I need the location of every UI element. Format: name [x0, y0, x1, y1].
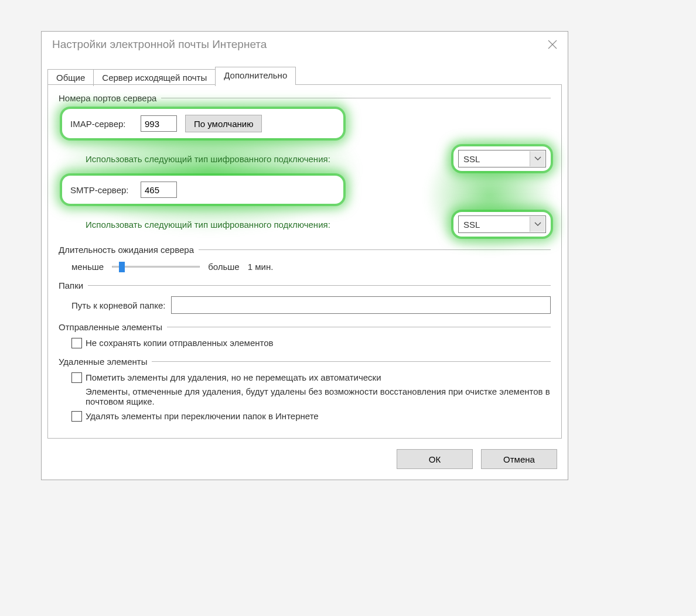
no-save-sent-checkbox[interactable]: [71, 338, 82, 348]
smtp-encryption-select[interactable]: SSL: [458, 215, 546, 233]
mark-for-delete-checkbox[interactable]: [71, 372, 82, 383]
imap-server-label: IMAP-сервер:: [70, 119, 141, 129]
imap-encryption-select[interactable]: SSL: [458, 150, 546, 167]
imap-port-input[interactable]: [141, 115, 177, 132]
ok-button[interactable]: ОК: [397, 449, 473, 469]
titlebar: Настройки электронной почты Интернета: [42, 32, 568, 55]
purge-on-switch-label: Удалять элементы при переключении папок …: [86, 411, 551, 421]
chevron-down-icon: [530, 217, 545, 232]
cancel-button[interactable]: Отмена: [481, 449, 557, 469]
tab-row: Общие Сервер исходящей почты Дополнитель…: [42, 55, 568, 85]
tab-panel-advanced: Номера портов сервера IMAP-сервер: По ум…: [47, 85, 562, 439]
group-title-folders: Папки: [59, 280, 88, 290]
tab-outgoing-server[interactable]: Сервер исходящей почты: [93, 69, 216, 86]
timeout-slider[interactable]: [112, 261, 200, 272]
root-folder-input[interactable]: [171, 296, 551, 314]
smtp-encryption-value: SSL: [463, 220, 480, 230]
close-icon[interactable]: [545, 37, 559, 52]
email-settings-dialog: Настройки электронной почты Интернета Об…: [41, 31, 568, 480]
group-title-sent: Отправленные элементы: [59, 322, 167, 332]
smtp-encryption-label: Использовать следующий тип шифрованного …: [59, 220, 335, 230]
dialog-title: Настройки электронной почты Интернета: [52, 38, 267, 51]
group-title-timeout: Длительность ожидания сервера: [59, 245, 199, 255]
mark-for-delete-label: Пометить элементы для удаления, но не пе…: [86, 372, 551, 382]
imap-encryption-value: SSL: [463, 154, 480, 164]
restore-defaults-button[interactable]: По умолчанию: [185, 115, 262, 132]
tab-advanced[interactable]: Дополнительно: [215, 67, 296, 85]
timeout-more-label: больше: [208, 262, 240, 272]
tab-general[interactable]: Общие: [47, 69, 94, 86]
root-folder-label: Путь к корневой папке:: [71, 300, 171, 310]
group-title-ports: Номера портов сервера: [59, 93, 161, 103]
group-title-deleted: Удаленные элементы: [59, 357, 152, 367]
no-save-sent-label: Не сохранять копии отправленных элементо…: [86, 338, 551, 348]
timeout-less-label: меньше: [71, 262, 104, 272]
dialog-footer: ОК Отмена: [42, 439, 568, 480]
smtp-server-label: SMTP-сервер:: [70, 185, 141, 195]
imap-encryption-label: Использовать следующий тип шифрованного …: [59, 154, 335, 164]
slider-thumb[interactable]: [119, 262, 125, 272]
timeout-value: 1 мин.: [248, 262, 274, 272]
chevron-down-icon: [530, 151, 545, 166]
mark-for-delete-hint: Элементы, отмеченные для удаления, будут…: [59, 386, 551, 406]
smtp-port-input[interactable]: [141, 182, 177, 198]
purge-on-switch-checkbox[interactable]: [71, 411, 82, 422]
